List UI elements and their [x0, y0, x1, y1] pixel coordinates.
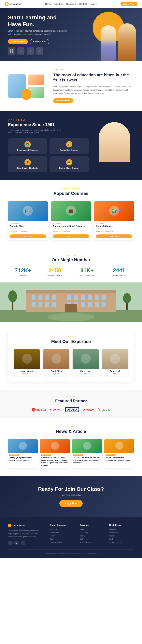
solayti-label: solayti — [53, 408, 61, 411]
about-section: ABOUT US The roots of education are bitt… — [0, 61, 142, 111]
teacher-name-3: Maria Lopez — [74, 370, 97, 372]
course-stars-robotic: ★★★★★ — [10, 228, 46, 230]
svg-rect-9 — [26, 290, 116, 293]
news-tag-2: EDUCATION — [41, 454, 51, 456]
discover-more-button[interactable]: Discover More — [8, 39, 28, 44]
why-left-content: Experience Since 1991 Lorem ipsum dolor … — [8, 122, 89, 172]
courses-grid: 🤖 Technology Robotic Class ★★★★★ 12 Less… — [8, 201, 134, 240]
footer-useful-link-5[interactable]: News & Update — [109, 541, 134, 543]
courses-section: FEATURED COURSES Popular Courses 🤖 Techn… — [0, 180, 142, 248]
play-icon: ▶ — [33, 40, 34, 43]
teachers-title: Meet Our Expertise — [14, 339, 128, 344]
footer-logo-icon — [8, 524, 11, 528]
course-body-entrepreneur: Economy Entrepreneur & Small Business ★★… — [51, 220, 91, 240]
course-stars-spanish: ★★★★★ — [96, 228, 132, 230]
course-reviews-entrepreneur: 15 Reviews — [62, 231, 70, 232]
apply-now-button[interactable]: Apply Now — [121, 2, 137, 6]
cta-apply-button[interactable]: Apply Now — [59, 500, 83, 507]
svg-rect-16 — [81, 295, 85, 300]
teacher-card-3: Maria Lopez Arts — [73, 349, 99, 376]
campus-image-section — [0, 282, 142, 322]
solayti-icon: ♥ — [50, 408, 52, 412]
footer-services-link-4[interactable]: Staff — [80, 538, 105, 540]
stat-teachers-label: Global Teacher — [104, 274, 134, 276]
zootv-label: zoo tv — [102, 408, 110, 411]
svg-rect-10 — [31, 295, 35, 300]
online-label: Online Class Support — [52, 167, 86, 169]
teacher-body-3: Maria Lopez Arts — [73, 369, 99, 376]
teachers-icon: 👨‍🏫 — [24, 141, 31, 148]
facebook-icon[interactable]: f — [8, 540, 13, 545]
teacher-body-2: Sarah Chen Science — [43, 369, 69, 376]
footer-about-link-3[interactable]: History — [50, 535, 75, 537]
course-title-entrepreneur: Entrepreneur & Small Business — [53, 225, 89, 227]
footer-useful-link-4[interactable]: Staff — [109, 538, 134, 540]
footer-brand-name: educatico — [13, 524, 25, 527]
why-cards-grid: 👨‍🏫 Experienced Teachers 🏛️ Accredited C… — [8, 138, 89, 172]
svg-point-32 — [8, 290, 17, 302]
about-discover-button[interactable]: Discover More — [53, 98, 73, 103]
nav-contact[interactable]: Contact — [79, 3, 87, 5]
svg-point-34 — [123, 293, 131, 304]
nav-about[interactable]: About Us — [54, 3, 63, 5]
footer-useful-title: Useful Link — [109, 524, 134, 526]
courses-title: Popular Courses — [8, 191, 134, 196]
news-card-3: EDUCATION The Ideal Cover Photo Size for… — [72, 439, 102, 468]
svg-rect-4 — [12, 51, 13, 52]
nav-home[interactable]: Home — [45, 3, 51, 5]
svg-rect-27 — [88, 302, 92, 307]
instagram-icon[interactable]: in — [14, 540, 19, 545]
svg-rect-12 — [45, 295, 49, 300]
brand-logo[interactable]: educatico — [5, 2, 21, 6]
teacher-card-4: Robert Hall Literature — [102, 349, 128, 376]
join-class-entrepreneur-button[interactable]: Join Class — [53, 234, 89, 238]
footer-about-link-2[interactable]: Leadership — [50, 532, 75, 534]
cta-section: Ready For Join Our Class? Take your Seat… — [0, 476, 142, 517]
teacher-card-1: James Wilson Mathematics — [14, 349, 40, 376]
footer-useful-link-2[interactable]: Leadership — [109, 532, 134, 534]
twitter-icon[interactable]: t — [20, 540, 25, 545]
footer-services-link-2[interactable]: Leadership — [80, 532, 105, 534]
footer-brand-column: educatico Lorem ipsum dolor sit amet, co… — [8, 524, 45, 546]
join-class-robotic-button[interactable]: Join Class — [10, 234, 46, 238]
course-meta-spanish: 12 Lesson 15 Reviews — [96, 231, 132, 232]
svg-rect-18 — [95, 295, 99, 300]
watch-intro-button[interactable]: ▶ Watch Intro — [30, 39, 49, 44]
news-body-3: The Ideal Cover Photo Size for Each of t… — [72, 456, 102, 466]
hero-image-area — [101, 8, 136, 61]
svg-rect-13 — [52, 295, 56, 300]
footer-useful-link-1[interactable]: About Us — [109, 528, 134, 530]
about-description: Odio urna pretium mi auctor egestas sagi… — [53, 85, 134, 95]
footer-about-title: About Company — [50, 524, 75, 526]
course-body-spanish: Language Spanish Class ★★★★★ 12 Lesson 1… — [94, 220, 134, 240]
velocity-label: velocity9 — [83, 408, 94, 411]
nav-page[interactable]: Page ▾ — [90, 3, 97, 5]
teacher-image-1 — [14, 349, 40, 369]
footer-services-link-1[interactable]: About Us — [80, 528, 105, 530]
footer-services-link-5[interactable]: News & Update — [80, 541, 105, 543]
footer-about-link-5[interactable]: News & Update — [50, 541, 75, 543]
why-card-graduate: 🎓 Best Quality Graduate — [8, 156, 47, 172]
svg-rect-29 — [102, 302, 106, 307]
svg-rect-22 — [45, 302, 49, 307]
about-content: ABOUT US The roots of education are bitt… — [53, 69, 134, 103]
footer-about-link-1[interactable]: About Us — [50, 528, 75, 530]
stat-students: 712K+ Student — [8, 267, 38, 276]
footer-about-column: About Company About Us Leadership Histor… — [50, 524, 75, 546]
footer-about-link-4[interactable]: Staff — [50, 538, 75, 540]
footer-useful-link-3[interactable]: History — [109, 535, 134, 537]
footer-social-links: f in t — [8, 540, 45, 545]
footer-services-link-3[interactable]: History — [80, 535, 105, 537]
join-class-spanish-button[interactable]: Join Class — [96, 234, 132, 238]
svg-rect-20 — [31, 302, 35, 307]
stats-title: Our Magic Number — [8, 257, 134, 262]
news-section: LATEST News & Article EDUCATION Jazz up … — [0, 418, 142, 476]
why-image-area — [95, 122, 134, 162]
nav-courses[interactable]: Courses ▾ — [66, 3, 76, 5]
course-image-entrepreneur: 💼 — [51, 201, 91, 220]
news-label: LATEST — [8, 426, 134, 428]
teacher-image-2 — [43, 349, 69, 369]
course-card-robotic: 🤖 Technology Robotic Class ★★★★★ 12 Less… — [8, 201, 48, 240]
why-card-online: 💻 Online Class Support — [49, 156, 89, 172]
footer-logo: educatico — [8, 524, 45, 528]
